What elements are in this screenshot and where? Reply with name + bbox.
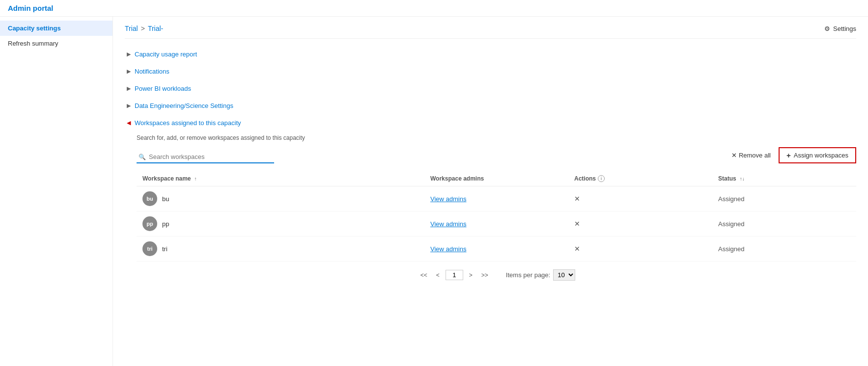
sort-icon-name[interactable]: ↑ [195,176,197,182]
assign-workspaces-button[interactable]: + Assign workspaces [779,147,856,163]
col-header-status: Status [718,175,736,182]
sidebar: Capacity settings Refresh summary [0,17,113,366]
workspace-description: Search for, add, or remove workspaces as… [137,134,856,141]
remove-workspace-3[interactable]: ✕ [574,245,580,253]
workspace-name: tri [162,245,168,253]
chevron-down-icon: ◀ [127,120,131,126]
remove-workspace-2[interactable]: ✕ [574,220,580,228]
workspace-section: Search for, add, or remove workspaces as… [125,131,856,285]
chevron-right-icon: ▶ [127,103,131,109]
accordion-workspaces: ◀ Workspaces assigned to this capacity S… [125,115,856,285]
col-header-name: Workspace name [142,175,191,182]
close-icon: ✕ [731,152,737,159]
workspace-table: Workspace name ↑ Workspace admins Ac [137,171,856,261]
view-admins-link-3[interactable]: View admins [430,245,466,253]
items-per-page-select[interactable]: 10 20 50 [553,269,575,281]
app-title: Admin portal [8,4,54,12]
accordion-header-power-bi[interactable]: ▶ Power BI workloads [125,81,856,96]
accordion-header-data-engineering[interactable]: ▶ Data Engineering/Science Settings [125,98,856,113]
chevron-right-icon: ▶ [127,85,131,92]
plus-icon: + [786,151,791,159]
info-icon-actions[interactable]: i [598,175,605,182]
col-header-actions: Actions [574,175,596,182]
search-box[interactable]: 🔍 [137,151,274,163]
sort-icon-status[interactable]: ↑↓ [740,176,745,182]
table-row: pp pp View admins ✕ [137,211,856,236]
search-input[interactable] [149,153,262,160]
status-badge-3: Assigned [718,245,744,253]
pagination-last[interactable]: >> [478,270,491,281]
table-row: bu bu View admins ✕ [137,186,856,211]
accordion-data-engineering: ▶ Data Engineering/Science Settings [125,98,856,113]
gear-icon: ⚙ [824,25,830,32]
status-badge-1: Assigned [718,195,744,203]
table-row: tri tri View admins ✕ [137,236,856,261]
breadcrumb-bar: Trial > Trial- ⚙ Settings [125,25,856,39]
workspace-name: bu [162,195,169,203]
chevron-right-icon: ▶ [127,51,131,57]
col-header-admins: Workspace admins [430,175,484,182]
accordion-header-workspaces[interactable]: ◀ Workspaces assigned to this capacity [125,115,856,131]
sidebar-item-capacity-settings[interactable]: Capacity settings [0,21,112,36]
search-icon: 🔍 [139,154,146,160]
accordion-capacity-usage: ▶ Capacity usage report [125,47,856,62]
main-content: Trial > Trial- ⚙ Settings ▶ Capacity usa… [113,17,868,366]
pagination-prev[interactable]: < [433,270,443,281]
pagination-next[interactable]: > [466,270,476,281]
chevron-right-icon: ▶ [127,68,131,75]
accordion-header-notifications[interactable]: ▶ Notifications [125,64,856,79]
workspace-name: pp [162,220,169,228]
accordion-power-bi: ▶ Power BI workloads [125,81,856,96]
breadcrumb-trial-dash[interactable]: Trial- [148,25,163,32]
remove-all-button[interactable]: ✕ Remove all [731,152,771,159]
items-per-page: Items per page: 10 20 50 [506,269,575,281]
accordion-header-capacity-usage[interactable]: ▶ Capacity usage report [125,47,856,62]
view-admins-link-1[interactable]: View admins [430,195,466,203]
breadcrumb-sep: > [141,25,145,32]
breadcrumb: Trial > Trial- [125,25,163,32]
sidebar-item-refresh-summary[interactable]: Refresh summary [0,36,112,51]
settings-button[interactable]: ⚙ Settings [824,25,856,32]
remove-workspace-1[interactable]: ✕ [574,195,580,203]
breadcrumb-trial[interactable]: Trial [125,25,138,32]
pagination: << < > >> Items per page: 10 20 50 [137,269,856,281]
avatar: pp [142,216,157,231]
view-admins-link-2[interactable]: View admins [430,220,466,228]
status-badge-2: Assigned [718,220,744,228]
avatar: tri [142,241,157,256]
pagination-page-input[interactable] [446,270,463,280]
pagination-first[interactable]: << [418,270,430,281]
accordion-notifications: ▶ Notifications [125,64,856,79]
avatar: bu [142,191,157,206]
